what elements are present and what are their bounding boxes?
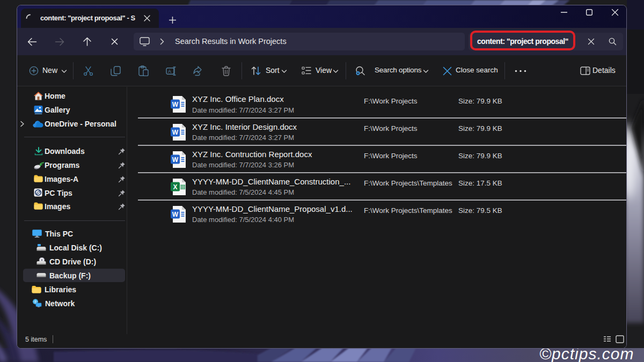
svg-text:W: W bbox=[172, 101, 179, 108]
svg-text:X: X bbox=[173, 183, 177, 190]
svg-text:W: W bbox=[172, 156, 179, 163]
svg-text:W: W bbox=[172, 128, 179, 136]
svg-text:W: W bbox=[172, 210, 179, 218]
svg-text:A: A bbox=[168, 69, 171, 74]
